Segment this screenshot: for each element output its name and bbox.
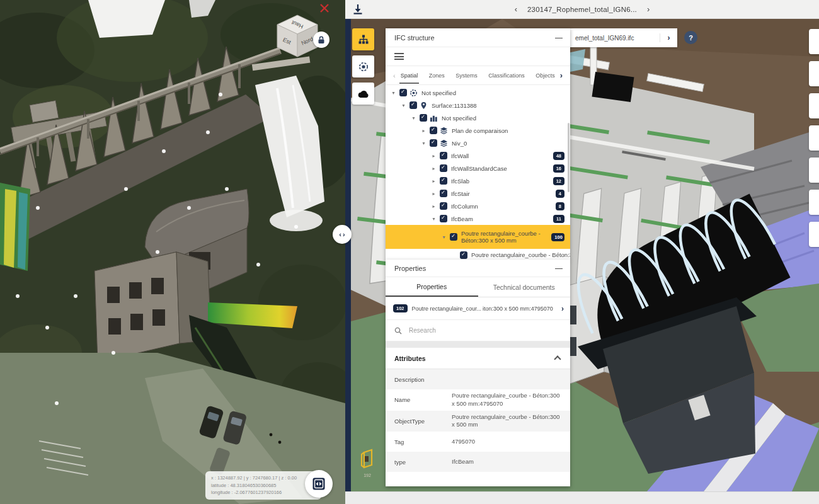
attribute-value: Poutre rectangulaire_courbe - Béton:300 … <box>452 413 570 430</box>
viewer-tool-button[interactable] <box>809 61 819 86</box>
viewer-tool-button[interactable] <box>809 125 819 151</box>
next-model-button[interactable]: › <box>647 4 650 14</box>
close-icon[interactable] <box>319 3 330 14</box>
tab-zones[interactable]: Zones <box>428 67 446 84</box>
chevron-right-icon[interactable]: › <box>559 304 564 313</box>
ifc-tree-item[interactable]: ▾Not specified <box>386 86 570 99</box>
ifc-tabs-row: ‹ SpatialZonesSystemsClassificationsObje… <box>386 66 570 85</box>
attribute-row: ObjectTypePoutre rectangulaire_courbe - … <box>386 411 570 432</box>
point-cloud-tool-button[interactable] <box>352 55 374 77</box>
chevron-right-icon[interactable]: ▸ <box>430 203 438 209</box>
visibility-checkbox[interactable] <box>430 139 437 147</box>
tab-systems[interactable]: Systems <box>454 67 479 84</box>
search-icon <box>394 327 402 335</box>
count-badge: 12 <box>553 177 564 185</box>
count-badge: 11 <box>553 215 564 223</box>
ifc-menu-row <box>386 47 570 66</box>
chevron-down-icon[interactable]: ▾ <box>399 103 408 108</box>
cloud-tool-button[interactable] <box>352 83 374 105</box>
tabs-next-icon[interactable]: › <box>558 71 565 80</box>
tab-objects[interactable]: Objects <box>534 67 556 84</box>
chevron-down-icon[interactable]: ▾ <box>430 216 438 222</box>
ifc-tree-item[interactable]: ▾Poutre rectangulaire_courbe - Béton:300… <box>386 225 570 249</box>
ifc-structure-tool-button[interactable] <box>352 28 374 50</box>
tab-properties[interactable]: Properties <box>386 277 478 297</box>
pin-icon <box>420 101 428 110</box>
chevron-down-icon[interactable]: ▾ <box>389 90 398 96</box>
prev-model-button[interactable]: ‹ <box>515 4 517 14</box>
chevron-down-icon[interactable]: ▾ <box>410 115 418 121</box>
tree-item-label: Plan de comparaison <box>452 127 508 134</box>
level-indicator[interactable]: 192 <box>354 449 381 478</box>
tabs-prev-icon[interactable]: ‹ <box>391 72 398 79</box>
visibility-checkbox[interactable] <box>440 202 447 210</box>
attribute-row: typeIfcBeam <box>386 452 570 472</box>
viewer-tool-button[interactable] <box>809 158 819 183</box>
ifc-tree-item[interactable]: ▸IfcWallStandardCase16 <box>386 162 570 175</box>
visibility-checkbox[interactable] <box>440 152 447 159</box>
split-divider-handle[interactable]: ‹ › <box>333 225 352 244</box>
viewer-tool-button[interactable] <box>809 222 819 247</box>
visibility-checkbox[interactable] <box>440 177 447 185</box>
visibility-checkbox[interactable] <box>460 251 467 259</box>
menu-icon[interactable] <box>394 53 404 60</box>
tab-classifications[interactable]: Classifications <box>487 67 526 84</box>
fullscreen-swap-button[interactable] <box>305 470 333 498</box>
count-badge: 16 <box>553 164 564 173</box>
lock-view-button[interactable] <box>313 32 329 48</box>
properties-search-row <box>386 320 570 341</box>
chevron-down-icon[interactable]: ▾ <box>420 140 428 146</box>
count-badge: 4 <box>556 190 564 198</box>
visibility-checkbox[interactable] <box>430 127 437 134</box>
minimize-icon[interactable]: — <box>555 264 570 273</box>
bim-pointcloud-split-viewer: Haut Est Nord x : 1324887.92 | y : 72476… <box>0 0 819 504</box>
visibility-checkbox[interactable] <box>440 164 447 172</box>
chevron-right-icon: › <box>343 231 345 238</box>
chevron-down-icon[interactable]: ▾ <box>440 234 448 240</box>
chevron-right-icon[interactable]: › <box>660 33 677 42</box>
tab-spatial[interactable]: Spatial <box>399 67 420 84</box>
visibility-checkbox[interactable] <box>420 114 427 122</box>
properties-header: Properties — <box>386 260 570 277</box>
ifc-tree-item[interactable]: ▾IfcBeam11 <box>386 212 570 225</box>
ifc-tree-item[interactable]: ▾Surface:1131388 <box>386 99 570 112</box>
chevron-right-icon[interactable]: ▸ <box>420 128 428 134</box>
left-nav-strip <box>345 19 351 491</box>
point-cloud-scene[interactable] <box>0 0 345 504</box>
ifc-tree-item[interactable]: ▸IfcStair4 <box>386 187 570 200</box>
viewer-tool-column <box>352 28 374 110</box>
ifc-structure-panel: IFC structure — ‹ SpatialZonesSystemsCla… <box>386 28 570 261</box>
viewer-tool-button[interactable] <box>809 93 819 118</box>
visibility-checkbox[interactable] <box>399 89 407 96</box>
selected-element-chip[interactable]: 102 Poutre rectangulaire_cour... iton:30… <box>386 297 570 320</box>
help-badge[interactable]: ? <box>684 31 697 44</box>
tree-item-label: Not specified <box>442 115 476 122</box>
collapse-icon[interactable] <box>554 355 561 362</box>
chevron-right-icon[interactable]: ▸ <box>430 153 438 159</box>
attributes-section-header[interactable]: Attributes <box>386 348 570 369</box>
ifc-tree-item[interactable]: ▸IfcColumn8 <box>386 200 570 212</box>
tree-item-label: IfcSlab <box>451 178 469 185</box>
chevron-right-icon[interactable]: ▸ <box>430 178 438 184</box>
ifc-tree-item[interactable]: ▾Not specified <box>386 112 570 124</box>
attribute-value: IfcBeam <box>452 458 570 466</box>
visibility-checkbox[interactable] <box>410 101 417 109</box>
minimize-icon[interactable]: — <box>555 33 570 42</box>
tab-technical-documents[interactable]: Technical documents <box>478 277 571 297</box>
viewer-tool-button[interactable] <box>809 190 819 215</box>
tree-scrollbar[interactable] <box>568 123 570 192</box>
chevron-right-icon[interactable]: ▸ <box>430 191 438 197</box>
coords-latitude: latitude : 48.318046530360685 <box>211 482 316 490</box>
ifc-panel-title: IFC structure <box>386 34 555 42</box>
ifc-tree-item[interactable]: ▸Plan de comparaison <box>386 124 570 137</box>
ifc-tree-item[interactable]: ▸IfcWall48 <box>386 149 570 162</box>
ifc-tree-item[interactable]: ▸IfcSlab12 <box>386 175 570 187</box>
properties-search-input[interactable] <box>408 326 534 335</box>
visibility-checkbox[interactable] <box>450 233 457 241</box>
visibility-checkbox[interactable] <box>440 215 447 222</box>
viewer-tool-button[interactable] <box>809 29 819 54</box>
chevron-right-icon[interactable]: ▸ <box>430 166 438 171</box>
active-file-chip[interactable]: emel_total_IGN69.ifc › <box>570 28 677 47</box>
ifc-tree-item[interactable]: ▾Niv_0 <box>386 137 570 149</box>
visibility-checkbox[interactable] <box>440 190 447 197</box>
